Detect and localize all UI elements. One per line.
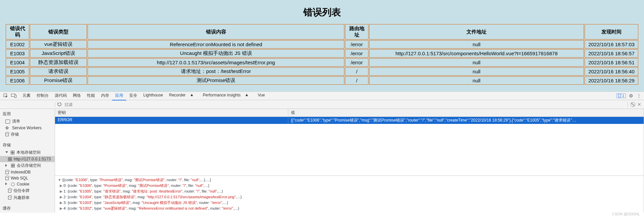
- error-table: 错误代码错误类型错误内容路由地址文件地址发现时间 E1002vue逻辑错误Ref…: [5, 23, 639, 85]
- refresh-icon[interactable]: [57, 102, 62, 106]
- sidebar-item[interactable]: 信任令牌: [0, 187, 55, 194]
- table-row: E1006Promise错误测试Promise错误/null2022/10/16…: [6, 76, 638, 85]
- sidebar: 应用 清单Service Workers存储 存储 本地存储空间 http://…: [0, 109, 55, 213]
- page-title: 错误列表: [5, 6, 639, 19]
- th-1: 错误类型: [30, 24, 87, 40]
- sidebar-heading-app: 应用: [0, 110, 55, 118]
- value-preview: ▼ [{code: "E1006", type: "Promise错误", ms…: [55, 175, 644, 213]
- sidebar-item[interactable]: 存储: [0, 131, 55, 138]
- close-icon[interactable]: ✕: [637, 102, 641, 107]
- devtools-tab[interactable]: 安全: [126, 91, 140, 100]
- db-icon: [8, 189, 11, 193]
- sidebar-item[interactable]: Web SQL: [0, 175, 55, 181]
- db-icon: [8, 196, 11, 200]
- devtools-tab[interactable]: 网络: [70, 91, 84, 100]
- kv-key: ERROR: [55, 117, 288, 124]
- devtools-tab[interactable]: 控制台: [34, 91, 52, 100]
- devtools-tab[interactable]: 内存: [98, 91, 112, 100]
- origin-icon: [8, 157, 12, 161]
- sidebar-icon: [5, 126, 10, 130]
- filter-bar: ✕: [0, 100, 644, 109]
- table-row: E1005请求错误请求地址：post：/test/testError/null2…: [6, 67, 638, 76]
- devtools-tab[interactable]: 性能: [84, 91, 98, 100]
- sidebar-item[interactable]: Service Workers: [0, 125, 55, 131]
- db-icon: [5, 176, 9, 180]
- preview-line[interactable]: ▶ 0: {code: "E1006", type: "Promise错误", …: [58, 183, 641, 189]
- kv-header-value: 值: [288, 109, 644, 117]
- devtools-main: 应用 清单Service Workers存储 存储 本地存储空间 http://…: [0, 109, 644, 213]
- th-5: 发现时间: [585, 24, 638, 40]
- sidebar-item-cookie[interactable]: Cookie: [0, 181, 55, 187]
- inspect-icon[interactable]: [2, 92, 9, 99]
- kv-value: [{"code":"E1006","type":"Promise错误","msg…: [288, 117, 644, 124]
- issues-badge[interactable]: 1: [616, 93, 626, 98]
- sidebar-item[interactable]: 缓存空间: [0, 212, 55, 213]
- clear-icon[interactable]: [631, 102, 635, 107]
- sidebar-item-local-origin[interactable]: http://127.0.0.1:5173: [0, 156, 55, 162]
- devtools-tab[interactable]: 元素: [19, 91, 34, 100]
- device-toggle-icon[interactable]: [10, 92, 17, 99]
- th-0: 错误代码: [6, 24, 29, 40]
- kebab-menu-icon[interactable]: ⋮: [636, 93, 642, 98]
- sidebar-heading-store: 存储: [0, 141, 55, 149]
- devtools-tabs: 元素控制台源代码网络性能内存应用安全LighthouseRecorder ▲Pe…: [19, 91, 268, 100]
- devtools-tab[interactable]: Performance insights ▲: [200, 91, 255, 100]
- sidebar-icon: [5, 120, 10, 124]
- th-3: 路由地址: [345, 24, 368, 40]
- svg-rect-2: [15, 95, 16, 98]
- db-icon: [5, 170, 9, 174]
- sidebar-heading-cache: 缓存: [0, 205, 55, 212]
- storage-table: 密钥 值 ERROR [{"code":"E1006","type":"Prom…: [55, 109, 644, 213]
- devtools-tab[interactable]: 应用: [112, 91, 126, 100]
- kv-row-selected[interactable]: ERROR [{"code":"E1006","type":"Promise错误…: [55, 117, 644, 124]
- devtools-tab[interactable]: Recorder ▲: [166, 91, 200, 100]
- preview-line[interactable]: ▶ 2: {code: "E1004", type: "静态资源加载错误", m…: [58, 194, 641, 200]
- th-2: 错误内容: [88, 24, 344, 40]
- preview-line[interactable]: ▶ 1: {code: "E1005", type: "请求错误", msg: …: [58, 189, 641, 194]
- cookie-icon: [11, 183, 15, 186]
- table-row: E1002vue逻辑错误ReferenceError:onMounted is …: [6, 40, 638, 49]
- devtools-tab[interactable]: Vue: [255, 91, 268, 100]
- preview-line[interactable]: ▼ [{code: "E1006", type: "Promise错误", ms…: [58, 177, 641, 183]
- kv-header-key: 密钥: [55, 109, 288, 117]
- watermark: CSDN @DDDHL: [612, 212, 640, 213]
- preview-line[interactable]: ▶ 4: {code: "E1002", type: "vue逻辑错误", ms…: [58, 206, 641, 211]
- local-storage-icon: [11, 151, 14, 154]
- session-storage-icon: [11, 164, 15, 167]
- sidebar-icon: [5, 133, 9, 136]
- devtools-tab-bar: 元素控制台源代码网络性能内存应用安全LighthouseRecorder ▲Pe…: [0, 91, 644, 100]
- kv-header: 密钥 值: [55, 109, 644, 117]
- svg-rect-3: [618, 94, 621, 97]
- devtools-tab[interactable]: 源代码: [52, 91, 70, 100]
- table-row: E1003JavaScript错误Uncaught 模拟手动抛出 JS 错误/e…: [6, 49, 638, 58]
- sidebar-item[interactable]: 兴趣群体: [0, 194, 55, 201]
- preview-line[interactable]: ▶ 3: {code: "E1003", type: "JavaScript错误…: [58, 200, 641, 206]
- table-row: E1004静态资源加载错误http://127.0.0.1:5173/src/a…: [6, 58, 638, 67]
- devtools-tab[interactable]: Lighthouse: [140, 91, 166, 100]
- sidebar-item[interactable]: 清单: [0, 118, 55, 125]
- th-4: 文件地址: [369, 24, 584, 40]
- app-panel: 错误列表 错误代码错误类型错误内容路由地址文件地址发现时间 E1002vue逻辑…: [0, 0, 644, 91]
- filter-input[interactable]: [64, 102, 626, 107]
- settings-gear-icon[interactable]: ⚙: [628, 93, 634, 98]
- sidebar-item-local[interactable]: 本地存储空间: [0, 149, 55, 156]
- sidebar-item-session[interactable]: 会话存储空间: [0, 162, 55, 169]
- sidebar-item[interactable]: IndexedDB: [0, 169, 55, 175]
